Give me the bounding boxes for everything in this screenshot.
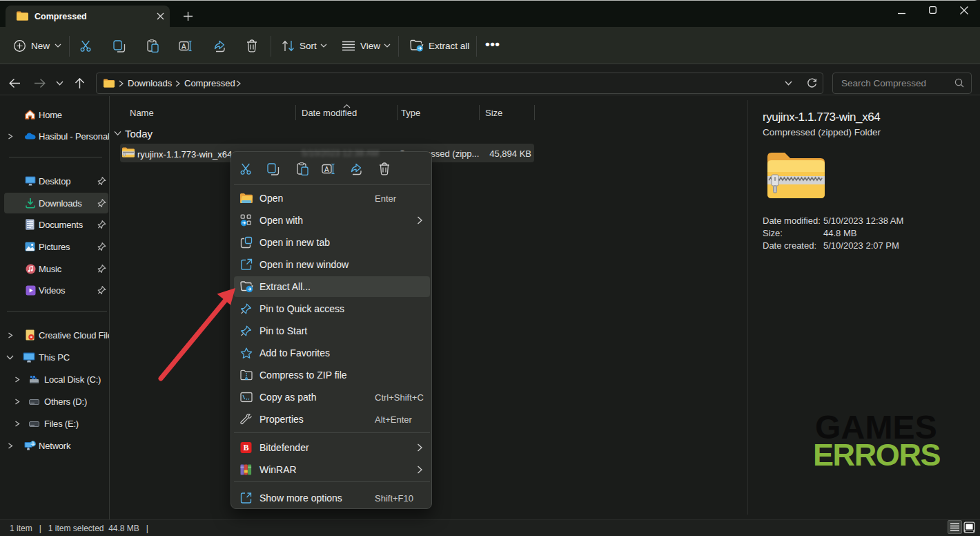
svg-text:A: A	[182, 43, 186, 50]
svg-text:B: B	[244, 443, 249, 452]
svg-text:A: A	[324, 166, 329, 173]
